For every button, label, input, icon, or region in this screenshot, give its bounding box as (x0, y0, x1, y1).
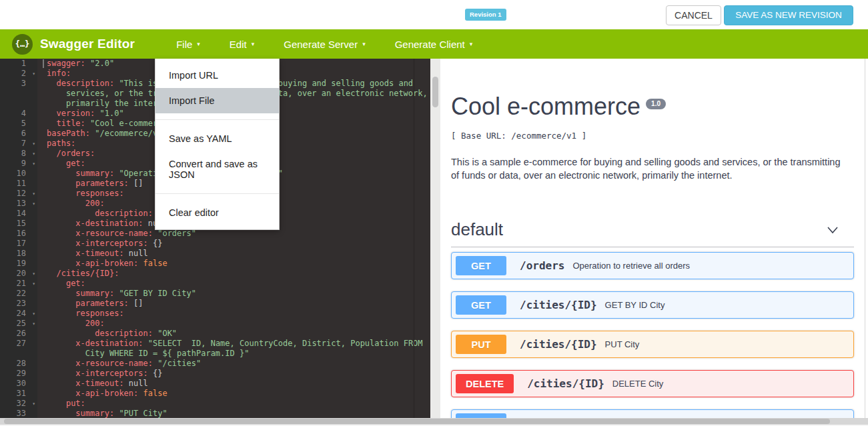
cancel-button[interactable]: CANCEL (666, 5, 721, 25)
code-token: "GET BY ID City" (119, 289, 196, 298)
endpoint-row-get[interactable]: GET/cities/{ID}GET BY ID City (451, 291, 854, 319)
chevron-down-icon[interactable] (826, 223, 839, 237)
code-token (138, 389, 143, 398)
menu-generate-server[interactable]: Generate Server▾ (274, 31, 374, 57)
editor-gutter-cell (0, 89, 37, 99)
menu-item-convert-and-save-as-json[interactable]: Convert and save as JSON (155, 151, 279, 187)
code-token (47, 209, 95, 218)
endpoint-row-delete[interactable]: DELETE/cities/{ID}DELETE City (451, 370, 854, 397)
code-token: x-api-broken: (75, 259, 138, 268)
default-section-header[interactable]: default (451, 219, 854, 240)
code-token (47, 249, 75, 258)
fold-arrow-icon[interactable]: ▾ (32, 149, 35, 159)
code-token (47, 179, 75, 188)
menu-generate-client[interactable]: Generate Client▾ (386, 31, 482, 57)
code-token: swagger: (47, 59, 85, 68)
editor-gutter-cell: 28 (0, 359, 37, 369)
menu-file-label: File (176, 39, 192, 50)
editor-vertical-scrollbar[interactable] (430, 59, 440, 418)
endpoint-row-get[interactable]: GET/citiesGET City (451, 409, 854, 418)
endpoint-row-put[interactable]: PUT/cities/{ID}PUT City (451, 331, 854, 358)
horizontal-scrollbar[interactable] (0, 418, 868, 425)
editor-code-cell: swagger: "2.0" (37, 59, 114, 69)
editor-code-cell: x-api-broken: false (37, 259, 167, 269)
endpoint-row-get[interactable]: GET/ordersOperation to retrieve all orde… (451, 252, 854, 279)
menu-file[interactable]: File▾ (167, 31, 209, 57)
menu-edit[interactable]: Edit▾ (220, 31, 264, 57)
editor-gutter-cell: 17 (0, 239, 37, 249)
menu-item-clear-editor[interactable]: Clear editor (155, 200, 279, 225)
menu-item-import-url[interactable]: Import URL (155, 63, 279, 88)
code-token: info: (47, 69, 71, 78)
code-token: x-destination: (75, 339, 143, 348)
editor-code-cell: get: (37, 279, 85, 289)
navbar: {…} Swagger Editor File▾Edit▾Generate Se… (0, 29, 868, 59)
caret-down-icon: ▾ (252, 41, 255, 47)
endpoint-path: /cities/{ID} (520, 299, 597, 311)
code-token (47, 329, 95, 338)
api-description: This is a sample e-commerce for buying a… (451, 155, 841, 182)
code-token: x-interceptors: (75, 239, 147, 248)
code-token: description: (56, 79, 114, 88)
fold-arrow-icon[interactable]: ▾ (32, 279, 35, 289)
editor-print-margin (414, 59, 414, 418)
editor-cursor (43, 59, 44, 68)
api-version-badge: 1.0 (646, 99, 666, 109)
fold-arrow-icon[interactable]: ▾ (32, 139, 35, 149)
code-token: version: (56, 109, 95, 118)
fold-arrow-icon[interactable]: ▾ (32, 319, 35, 329)
code-token: x-interceptors: (75, 369, 147, 378)
editor-gutter-cell: 5 (0, 119, 37, 129)
editor-gutter-cell: 27 (0, 339, 37, 349)
editor-gutter-cell (0, 349, 37, 359)
fold-arrow-icon[interactable]: ▾ (32, 309, 35, 319)
fold-arrow-icon[interactable]: ▾ (32, 189, 35, 199)
editor-gutter-cell: 21▾ (0, 279, 37, 289)
fold-arrow-icon[interactable]: ▾ (32, 199, 35, 209)
editor-vertical-scrollbar-thumb[interactable] (432, 77, 438, 107)
menu-item-import-file[interactable]: Import File (155, 88, 279, 113)
code-token: false (143, 389, 167, 398)
code-token: basePath: (47, 129, 90, 138)
editor-gutter-cell: 26 (0, 329, 37, 339)
menu-item-save-as-yaml[interactable]: Save as YAML (155, 126, 279, 151)
code-token: x-timeout: (75, 379, 123, 388)
code-token: /orders: (56, 149, 95, 158)
menu-divider (155, 193, 279, 194)
editor-gutter-cell: 9▾ (0, 159, 37, 169)
menu-generate-client-label: Generate Client (395, 39, 465, 50)
code-token: x-api-broken: (75, 389, 138, 398)
fold-arrow-icon[interactable]: ▾ (32, 269, 35, 279)
fold-arrow-icon[interactable]: ▾ (32, 399, 35, 409)
horizontal-scrollbar-thumb[interactable] (4, 419, 830, 424)
code-token (47, 339, 75, 348)
app-title: Swagger Editor (40, 37, 135, 51)
editor-gutter-cell: 30 (0, 379, 37, 389)
code-token (47, 199, 85, 208)
code-token: 200: (85, 319, 105, 328)
fold-arrow-icon[interactable]: ▾ (32, 69, 35, 79)
method-badge: GET (456, 295, 506, 315)
code-token (47, 319, 85, 328)
revision-badge: Revision 1 (465, 9, 506, 21)
fold-arrow-icon[interactable]: ▾ (32, 159, 35, 169)
editor-gutter-cell: 8▾ (0, 149, 37, 159)
code-token: x-resource-name: (75, 359, 153, 368)
editor-gutter-cell: 6 (0, 129, 37, 139)
method-badge: PUT (456, 335, 506, 354)
editor-line: 24▾ responses: (0, 309, 430, 319)
code-token: "1.0" (99, 109, 123, 118)
code-token (47, 359, 75, 368)
editor-code-cell: summary: "PUT City" (37, 409, 167, 418)
menu-generate-server-label: Generate Server (284, 39, 358, 50)
editor-gutter-cell: 33 (0, 409, 37, 418)
save-as-new-revision-button[interactable]: SAVE AS NEW REVISION (724, 5, 853, 25)
code-token (47, 79, 56, 88)
code-token: "orders" (157, 229, 196, 238)
endpoint-path: /cities/{ID} (520, 338, 597, 351)
code-token: description: (95, 209, 153, 218)
code-token: put: (66, 399, 85, 408)
editor-code-cell: title: "Cool e-commerce" (37, 119, 172, 129)
code-token: summary: (75, 289, 114, 298)
code-token (138, 259, 143, 268)
